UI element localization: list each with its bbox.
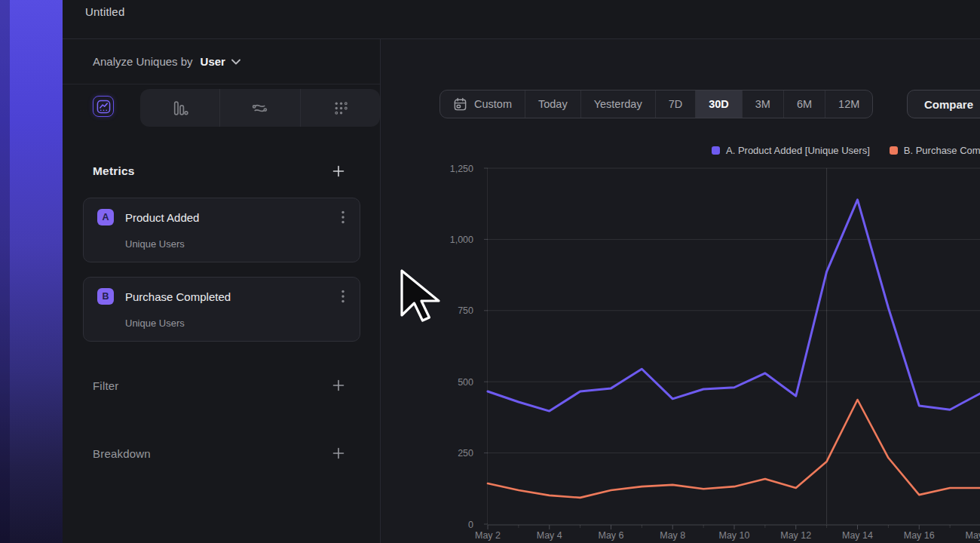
flows-icon bbox=[251, 100, 268, 117]
y-axis-label: 250 bbox=[458, 448, 473, 459]
chart-panel: Custom TodayYesterday7D30D3M6M12M Compar… bbox=[381, 39, 980, 543]
y-axis-label: 750 bbox=[458, 305, 473, 316]
metric-badge: B bbox=[97, 288, 114, 305]
x-axis-label: May 16 bbox=[904, 530, 935, 541]
range-6m[interactable]: 6M bbox=[783, 90, 825, 118]
analyze-label: Analyze Uniques by bbox=[93, 55, 193, 68]
add-breakdown-button[interactable] bbox=[332, 446, 345, 460]
legend-item[interactable]: B. Purchase Completed [Unique Users] bbox=[890, 145, 980, 156]
x-axis-label: May 8 bbox=[660, 530, 685, 541]
kebab-menu-icon[interactable] bbox=[337, 210, 349, 224]
chart-type-tabs bbox=[63, 84, 380, 127]
date-range-selector: Custom TodayYesterday7D30D3M6M12M bbox=[439, 90, 873, 118]
add-filter-button[interactable] bbox=[332, 379, 345, 392]
metric-name: Purchase Completed bbox=[125, 290, 231, 303]
metric-measure[interactable]: Unique Users bbox=[125, 318, 185, 329]
x-axis-label: May 6 bbox=[598, 530, 623, 541]
range-custom[interactable]: Custom bbox=[440, 90, 525, 118]
x-axis-label: May 18 bbox=[966, 530, 980, 541]
compare-button[interactable]: Compare bbox=[907, 90, 980, 118]
tab-bar-chart[interactable] bbox=[140, 89, 219, 127]
dots-grid-icon bbox=[332, 100, 349, 117]
y-axis-label: 1,250 bbox=[450, 164, 473, 174]
x-axis-label: May 14 bbox=[842, 530, 873, 541]
legend-item[interactable]: A. Product Added [Unique Users] bbox=[712, 145, 870, 156]
document-title[interactable]: Untitled bbox=[85, 5, 124, 18]
y-axis-label: 1,000 bbox=[450, 235, 473, 245]
breakdown-title: Breakdown bbox=[93, 447, 151, 460]
chevron-down-icon[interactable] bbox=[231, 59, 240, 65]
range-7d[interactable]: 7D bbox=[655, 90, 696, 118]
app-window: Untitled Analyze Uniques by User bbox=[0, 0, 980, 543]
metric-badge: A bbox=[97, 209, 114, 225]
line-chart[interactable]: 02505007501,0001,250May 2May 4May 6May 8… bbox=[381, 160, 980, 543]
chart-legend: A. Product Added [Unique Users]B. Purcha… bbox=[712, 145, 980, 156]
x-axis-label: May 12 bbox=[780, 530, 811, 541]
breakdown-section-header: Breakdown bbox=[63, 442, 380, 465]
calendar-icon bbox=[453, 97, 467, 112]
metric-card-list: A Product Added Unique Users B Purchase … bbox=[83, 198, 360, 356]
range-yesterday[interactable]: Yesterday bbox=[580, 90, 655, 118]
y-axis-label: 500 bbox=[458, 377, 473, 388]
legend-swatch bbox=[890, 146, 898, 155]
query-sidebar: Analyze Uniques by User bbox=[63, 39, 381, 543]
legend-label: A. Product Added [Unique Users] bbox=[726, 145, 870, 156]
left-gradient-decoration bbox=[0, 0, 63, 543]
x-axis-label: May 2 bbox=[475, 530, 501, 541]
x-axis-label: May 4 bbox=[537, 530, 562, 541]
analyze-uniques-row: Analyze Uniques by User bbox=[63, 39, 380, 84]
bar-chart-icon bbox=[171, 100, 188, 117]
legend-swatch bbox=[712, 146, 720, 155]
filter-section-header: Filter bbox=[63, 374, 380, 397]
metrics-title: Metrics bbox=[93, 164, 135, 178]
kebab-menu-icon[interactable] bbox=[337, 290, 349, 303]
line-chart-icon bbox=[96, 100, 111, 114]
range-custom-label: Custom bbox=[474, 98, 512, 110]
range-12m[interactable]: 12M bbox=[825, 90, 872, 118]
tab-retention-grid[interactable] bbox=[300, 89, 380, 127]
filter-title: Filter bbox=[93, 379, 119, 392]
analyze-unit-dropdown[interactable]: User bbox=[201, 55, 225, 68]
tab-line-chart[interactable] bbox=[93, 96, 114, 117]
metric-name: Product Added bbox=[125, 211, 199, 224]
x-axis-label: May 10 bbox=[719, 530, 750, 541]
metric-card[interactable]: A Product Added Unique Users bbox=[83, 198, 360, 262]
legend-label: B. Purchase Completed [Unique Users] bbox=[904, 145, 980, 156]
range-30d[interactable]: 30D bbox=[695, 90, 742, 118]
y-axis-label: 0 bbox=[468, 520, 473, 530]
metric-measure[interactable]: Unique Users bbox=[125, 238, 185, 250]
tab-flows[interactable] bbox=[219, 89, 299, 127]
chart-type-tab-group bbox=[140, 89, 380, 127]
metric-card[interactable]: B Purchase Completed Unique Users bbox=[83, 277, 360, 342]
top-header: Untitled bbox=[63, 0, 980, 39]
metrics-section-header: Metrics bbox=[63, 160, 380, 183]
range-today[interactable]: Today bbox=[525, 90, 580, 118]
add-metric-button[interactable] bbox=[332, 164, 345, 178]
series-line-b[interactable] bbox=[488, 400, 980, 498]
series-line-a[interactable] bbox=[488, 200, 980, 411]
compare-label: Compare bbox=[924, 98, 973, 111]
range-3m[interactable]: 3M bbox=[742, 90, 783, 118]
